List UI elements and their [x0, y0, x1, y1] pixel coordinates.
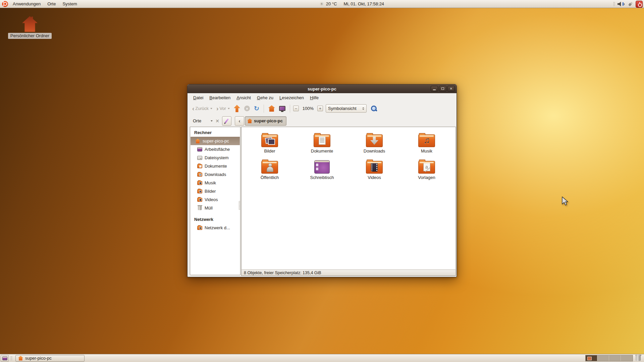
- places-sidebar: Rechner super-pico-pc Arbeitsfläche Date…: [190, 127, 240, 275]
- sidebar-item-netzwerk[interactable]: Netzwerk d...: [190, 224, 240, 232]
- sidebar-item-arbeitsflaeche[interactable]: Arbeitsfläche: [190, 145, 240, 154]
- forward-dropdown-icon[interactable]: [228, 108, 230, 109]
- minimize-button[interactable]: [431, 86, 438, 92]
- menu-system[interactable]: System: [59, 0, 80, 8]
- menu-bearbeiten[interactable]: Bearbeiten: [206, 94, 233, 102]
- sidebar-header-netzwerk: Netzwerk: [190, 212, 240, 224]
- clock-text: Mi, 01. Okt, 17:58:24: [343, 1, 384, 6]
- sidebar-item-videos[interactable]: Videos: [190, 195, 240, 204]
- menu-orte[interactable]: Orte: [44, 0, 59, 8]
- menu-ansicht[interactable]: Ansicht: [233, 94, 254, 102]
- sidebar-item-dokumente[interactable]: Dokumente: [190, 162, 240, 170]
- trash-icon: [198, 206, 202, 210]
- places-combo[interactable]: Orte: [191, 117, 215, 125]
- back-button[interactable]: ‹ Zurück: [191, 104, 214, 113]
- forward-button[interactable]: › Vor: [215, 104, 231, 113]
- window-menubar: Datei Bearbeiten Ansicht Gehe zu Lesezei…: [187, 93, 457, 102]
- tasklist-grip[interactable]: [11, 356, 12, 360]
- home-icon: [22, 16, 38, 32]
- statusbar: 8 Objekte, freier Speicherplatz: 135,4 G…: [241, 269, 456, 276]
- combo-spinner-icon: [362, 107, 364, 110]
- desktop-icon: [314, 160, 330, 174]
- menu-lesezeichen[interactable]: Lesezeichen: [276, 94, 307, 102]
- file-manager-window: super-pico-pc Datei Bearbeiten Ansicht G…: [187, 84, 457, 277]
- power-button-icon[interactable]: [636, 1, 643, 8]
- weather-icon: ☀: [319, 1, 324, 6]
- file-label: Bilder: [264, 148, 275, 154]
- stop-button[interactable]: ×: [243, 105, 251, 112]
- sidebar-item-super-pico-pc[interactable]: super-pico-pc: [191, 137, 240, 145]
- location-bar: Orte ✕ ‹ super-pico-pc: [187, 115, 457, 127]
- reload-icon: ↻: [254, 105, 259, 112]
- view-mode-value: Symbolansicht: [328, 106, 357, 111]
- workspace-3[interactable]: [609, 355, 621, 361]
- zoom-out-button[interactable]: −: [293, 106, 299, 111]
- sidebar-item-label: Bilder: [205, 189, 216, 194]
- file-videos[interactable]: Videos: [348, 159, 400, 180]
- file-vorlagen[interactable]: a Vorlagen: [400, 159, 453, 180]
- filesystem-drive-icon: [197, 156, 202, 160]
- file-bilder[interactable]: Bilder: [244, 132, 296, 154]
- pencil-icon: [225, 118, 229, 123]
- downloads-folder-icon: [366, 134, 383, 147]
- clock-applet[interactable]: ☀ 20 °C Mi, 01. Okt, 17:58:24: [319, 1, 384, 6]
- breadcrumb-current[interactable]: super-pico-pc: [245, 116, 286, 126]
- show-desktop-button[interactable]: [1, 355, 9, 362]
- workspace-2[interactable]: [597, 355, 609, 361]
- speaker-glyph: [618, 2, 622, 6]
- back-label: Zurück: [195, 106, 209, 111]
- sidebar-item-bilder[interactable]: Bilder: [190, 187, 240, 195]
- volume-icon[interactable]: [618, 1, 625, 7]
- file-schreibtisch[interactable]: Schreibtisch: [296, 159, 348, 180]
- close-sidebar-icon[interactable]: ✕: [215, 118, 219, 124]
- close-button[interactable]: [447, 86, 455, 92]
- file-label: Musik: [421, 148, 432, 154]
- breadcrumb-back-button[interactable]: ‹: [235, 116, 244, 126]
- zoom-in-button[interactable]: +: [317, 106, 323, 111]
- home-button[interactable]: [267, 104, 276, 113]
- trash-applet-icon[interactable]: [636, 355, 641, 361]
- pane-resize-grip[interactable]: [239, 201, 240, 210]
- documents-folder-icon: [197, 164, 202, 168]
- sidebar-item-label: Downloads: [205, 172, 226, 177]
- menu-anwendungen[interactable]: Anwendungen: [9, 0, 44, 8]
- sidebar-item-dateisystem[interactable]: Dateisystem: [190, 154, 240, 162]
- ubuntu-logo-icon[interactable]: [2, 1, 8, 7]
- taskbar-window-button[interactable]: super-pico-pc: [15, 355, 85, 362]
- up-arrow-icon: [234, 105, 240, 112]
- titlebar[interactable]: super-pico-pc: [187, 84, 457, 93]
- forward-label: Vor: [219, 106, 226, 111]
- sidebar-item-muell[interactable]: Müll: [190, 204, 240, 212]
- reload-button[interactable]: ↻: [253, 104, 261, 113]
- documents-folder-icon: [314, 134, 330, 147]
- sidebar-item-downloads[interactable]: Downloads: [190, 170, 240, 179]
- toolbar-separator: [264, 105, 264, 113]
- workspace-1[interactable]: [586, 355, 597, 361]
- menu-datei[interactable]: Datei: [190, 94, 206, 102]
- videos-folder-icon: [366, 161, 383, 174]
- network-disconnected-icon[interactable]: [627, 0, 634, 8]
- file-oeffentlich[interactable]: Öffentlich: [244, 159, 296, 180]
- view-mode-select[interactable]: Symbolansicht: [326, 104, 367, 113]
- file-dokumente[interactable]: Dokumente: [296, 132, 348, 154]
- home-icon: [268, 105, 275, 112]
- sidebar-item-label: Videos: [205, 197, 218, 202]
- icon-view[interactable]: Bilder Dokumente Downloads ♫ Musik Öffen…: [241, 127, 456, 269]
- file-musik[interactable]: ♫ Musik: [400, 132, 453, 154]
- tray-grip[interactable]: [613, 2, 615, 6]
- file-downloads[interactable]: Downloads: [348, 132, 400, 154]
- workspace-4[interactable]: [621, 355, 633, 361]
- desktop-home-icon[interactable]: Persönlicher Ordner: [6, 16, 54, 39]
- places-caret-icon: [211, 120, 213, 122]
- menu-gehe-zu[interactable]: Gehe zu: [254, 94, 276, 102]
- edit-location-button[interactable]: [222, 116, 231, 126]
- back-dropdown-icon[interactable]: [210, 108, 212, 109]
- up-button[interactable]: [232, 104, 241, 113]
- sidebar-item-musik[interactable]: Musik: [190, 179, 240, 187]
- search-icon[interactable]: [371, 105, 377, 112]
- computer-button[interactable]: [278, 105, 287, 112]
- system-tray: [613, 0, 643, 8]
- menu-hilfe[interactable]: Hilfe: [307, 94, 322, 102]
- public-folder-icon: [261, 161, 278, 174]
- maximize-button[interactable]: [439, 86, 446, 92]
